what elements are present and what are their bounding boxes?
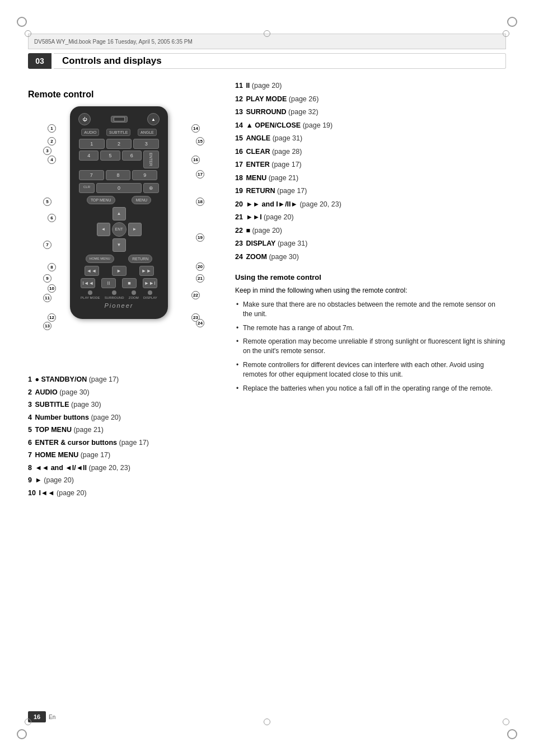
power-button[interactable]: ⏻	[78, 113, 91, 125]
pioneer-logo: Pioneer	[76, 302, 162, 309]
next-button[interactable]: ►►I	[143, 278, 157, 288]
num-extra-button[interactable]: ⊕	[143, 183, 159, 193]
label-22: 22	[191, 291, 200, 299]
num-0-button[interactable]: 0	[96, 183, 142, 193]
using-remote-title: Using the remote control	[235, 273, 506, 281]
dpad-right-button[interactable]: ►	[128, 223, 142, 236]
fold-mark-tc	[264, 30, 270, 37]
play-mode-button[interactable]: PLAY MODE	[81, 290, 100, 299]
num-9-button[interactable]: 9	[132, 170, 157, 180]
list-item: 24 ZOOM (page 30)	[235, 252, 506, 262]
label-12: 12	[48, 313, 56, 322]
label-8: 8	[48, 263, 56, 271]
fold-mark-tl	[25, 30, 31, 37]
fold-mark-bl	[25, 719, 31, 725]
label-11: 11	[43, 294, 51, 302]
dpad-down-button[interactable]: ▼	[113, 238, 126, 252]
eject-button[interactable]: ▲	[147, 113, 160, 125]
list-item: 12 PLAY MODE (page 26)	[235, 95, 506, 105]
clear-button-small[interactable]: CLR	[79, 183, 95, 193]
list-item: 11 II (page 20)	[235, 81, 506, 91]
label-16: 16	[191, 156, 200, 164]
num-3-button[interactable]: 3	[133, 139, 159, 149]
list-item: 1 ● STANDBY/ON (page 17)	[28, 375, 218, 385]
label-7: 7	[43, 241, 51, 249]
label-19: 19	[196, 233, 204, 242]
list-item: 10 I◄◄ (page 20)	[28, 489, 218, 499]
page-lang: En	[49, 714, 55, 720]
display-button[interactable]: DISPLAY	[143, 290, 157, 299]
main-content: Remote control ⏻ ▲ AUDIO	[28, 81, 506, 706]
num-8-button[interactable]: 8	[106, 170, 131, 180]
pause-button[interactable]: II	[101, 278, 116, 288]
bullet-item: Remote operation may become unreliable i…	[235, 337, 506, 356]
mode-buttons-row: AUDIO SUBTITLE ANGLE	[76, 129, 162, 136]
right-column: 11 II (page 20) 12 PLAY MODE (page 26) 1…	[235, 81, 506, 706]
list-item: 19 RETURN (page 17)	[235, 186, 506, 196]
using-remote-section: Using the remote control Keep in mind th…	[235, 273, 506, 393]
enter-side-button[interactable]: ENTER	[143, 151, 159, 168]
page-footer: 16 En	[28, 711, 55, 722]
list-item: 6 ENTER & cursor buttons (page 17)	[28, 438, 218, 448]
subtitle-button[interactable]: SUBTITLE	[106, 129, 130, 136]
label-24: 24	[196, 319, 204, 327]
label-9: 9	[43, 274, 51, 283]
list-item: 4 Number buttons (page 20)	[28, 413, 218, 423]
bullet-item: The remote has a range of about 7m.	[235, 323, 506, 333]
dpad-enter-button[interactable]: ENT	[112, 222, 127, 237]
num-7-button[interactable]: 7	[79, 170, 104, 180]
menu-button[interactable]: MENU	[132, 196, 151, 204]
corner-mark-br	[507, 729, 517, 739]
label-1: 1	[48, 124, 56, 133]
home-return-row: HOME MENU RETURN	[76, 255, 162, 263]
remote-control-image: ⏻ ▲ AUDIO SUBTITLE ANGLE	[70, 106, 168, 319]
chapter-title: Controls and displays	[54, 53, 506, 69]
num-5-button[interactable]: 5	[100, 151, 120, 161]
bottom-mode-row: PLAY MODE SURROUND ZOOM DISPLAY	[76, 290, 162, 299]
remote-top-row: ⏻ ▲	[76, 113, 162, 125]
stop-button[interactable]: ■	[122, 278, 137, 288]
corner-mark-tl	[17, 17, 27, 27]
dpad-left-button[interactable]: ◄	[97, 223, 110, 236]
angle-button[interactable]: ANGLE	[138, 129, 157, 136]
list-item: 21 ►►I (page 20)	[235, 213, 506, 223]
top-menu-button[interactable]: TOP MENU	[87, 196, 115, 204]
dpad-up-button[interactable]: ▲	[113, 207, 126, 220]
list-item: 13 SURROUND (page 32)	[235, 107, 506, 118]
list-item: 16 CLEAR (page 28)	[235, 147, 506, 157]
prev-button[interactable]: I◄◄	[81, 278, 95, 288]
fold-mark-tr	[503, 30, 509, 37]
fast-forward-button[interactable]: ►►	[139, 266, 154, 276]
num-2-button[interactable]: 2	[106, 139, 132, 149]
playback-row-2: I◄◄ II ■ ►►I	[76, 278, 162, 288]
return-button[interactable]: RETURN	[128, 255, 152, 263]
list-item: 17 ENTER (page 17)	[235, 160, 506, 170]
num-6-button[interactable]: 6	[122, 151, 142, 161]
bullet-item: Replace the batteries when you notice a …	[235, 384, 506, 393]
using-remote-intro: Keep in mind the following when using th…	[235, 286, 506, 295]
label-3: 3	[43, 147, 51, 155]
label-13: 13	[43, 322, 51, 330]
list-item: 22 ■ (page 20)	[235, 226, 506, 236]
play-button[interactable]: ►	[112, 266, 127, 276]
header-text: DV585A WY_Mid.book Page 16 Tuesday, Apri…	[34, 39, 193, 45]
list-item: 5 TOP MENU (page 21)	[28, 425, 218, 435]
label-21: 21	[196, 274, 204, 283]
label-18: 18	[196, 198, 204, 206]
rewind-button[interactable]: ◄◄	[85, 266, 99, 276]
label-17: 17	[196, 170, 204, 179]
num-4-button[interactable]: 4	[79, 151, 99, 161]
right-item-list: 11 II (page 20) 12 PLAY MODE (page 26) 1…	[235, 81, 506, 262]
audio-button[interactable]: AUDIO	[81, 129, 99, 136]
corner-mark-tr	[507, 17, 517, 27]
num-1-button[interactable]: 1	[79, 139, 105, 149]
zoom-button[interactable]: ZOOM	[129, 290, 139, 299]
surround-bottom-button[interactable]: SURROUND	[105, 290, 124, 299]
list-item: 9 ► (page 20)	[28, 476, 218, 486]
label-10: 10	[48, 284, 56, 293]
chapter-badge: 03	[28, 53, 51, 69]
bullet-list: Make sure that there are no obstacles be…	[235, 300, 506, 393]
label-2: 2	[48, 137, 56, 145]
home-menu-button[interactable]: HOME MENU	[86, 255, 114, 263]
bullet-item: Make sure that there are no obstacles be…	[235, 300, 506, 320]
